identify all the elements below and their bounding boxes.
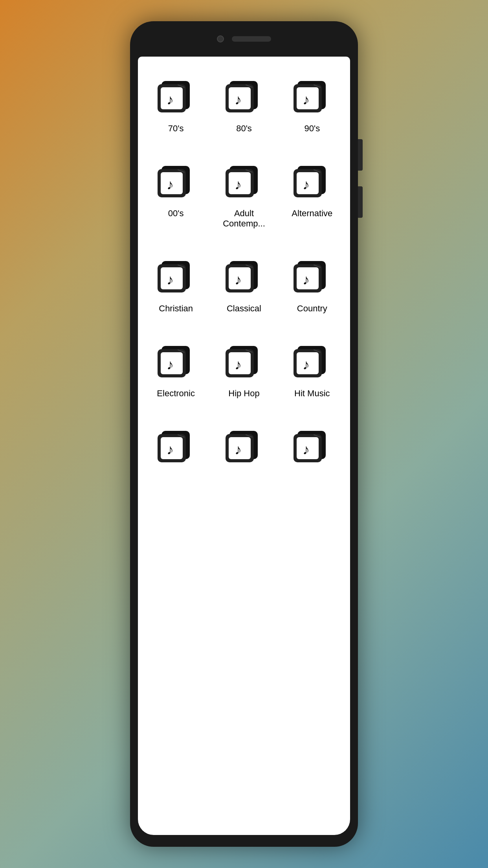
svg-text:♪: ♪ — [167, 177, 174, 193]
genre-item-90s[interactable]: ♪ 90's — [278, 64, 346, 149]
phone-screen: ♪ 70's ♪ 80's ♪ 90's ♪ 00's ♪ Adult Cont… — [138, 57, 350, 835]
svg-text:♪: ♪ — [235, 177, 242, 193]
genre-item-genre-13[interactable]: ♪ — [142, 414, 210, 489]
genre-label-80s: 80's — [236, 123, 252, 134]
svg-text:♪: ♪ — [303, 272, 310, 288]
genre-item-80s[interactable]: ♪ 80's — [210, 64, 278, 149]
svg-text:♪: ♪ — [235, 92, 242, 108]
music-icon-classical: ♪ — [222, 256, 266, 296]
svg-text:♪: ♪ — [303, 357, 310, 373]
music-icon-70s: ♪ — [154, 76, 198, 116]
genre-item-christian[interactable]: ♪ Christian — [142, 245, 210, 329]
genre-item-alternative[interactable]: ♪ Alternative — [278, 149, 346, 245]
svg-text:♪: ♪ — [303, 177, 310, 193]
genre-item-country[interactable]: ♪ Country — [278, 245, 346, 329]
svg-text:♪: ♪ — [303, 92, 310, 108]
genre-item-hit-music[interactable]: ♪ Hit Music — [278, 329, 346, 414]
genre-item-adult-contemporary[interactable]: ♪ Adult Contemp... — [210, 149, 278, 245]
music-icon-electronic: ♪ — [154, 341, 198, 381]
genre-label-70s: 70's — [168, 123, 184, 134]
genre-item-electronic[interactable]: ♪ Electronic — [142, 329, 210, 414]
music-icon-80s: ♪ — [222, 76, 266, 116]
genre-label-00s: 00's — [168, 208, 184, 219]
genre-label-hit-music: Hit Music — [294, 388, 330, 399]
genre-item-70s[interactable]: ♪ 70's — [142, 64, 210, 149]
svg-text:♪: ♪ — [235, 357, 242, 373]
genre-item-00s[interactable]: ♪ 00's — [142, 149, 210, 245]
svg-text:♪: ♪ — [235, 441, 242, 458]
genre-label-alternative: Alternative — [292, 208, 332, 219]
genre-label-classical: Classical — [227, 303, 261, 314]
power-button — [358, 186, 363, 218]
music-icon-genre-13: ♪ — [154, 426, 198, 465]
genre-item-classical[interactable]: ♪ Classical — [210, 245, 278, 329]
music-icon-adult-contemporary: ♪ — [222, 161, 266, 200]
phone-frame: ♪ 70's ♪ 80's ♪ 90's ♪ 00's ♪ Adult Cont… — [130, 21, 358, 847]
music-icon-hit-music: ♪ — [290, 341, 334, 381]
volume-button — [358, 139, 363, 171]
genre-label-hip-hop: Hip Hop — [228, 388, 259, 399]
genre-label-country: Country — [297, 303, 327, 314]
genre-label-christian: Christian — [159, 303, 193, 314]
genre-label-adult-contemporary: Adult Contemp... — [214, 208, 274, 229]
music-icon-90s: ♪ — [290, 76, 334, 116]
music-icon-hip-hop: ♪ — [222, 341, 266, 381]
genre-label-90s: 90's — [304, 123, 320, 134]
svg-text:♪: ♪ — [167, 272, 174, 288]
svg-text:♪: ♪ — [167, 92, 174, 108]
phone-camera — [217, 35, 224, 42]
genre-item-genre-14[interactable]: ♪ — [210, 414, 278, 489]
music-icon-christian: ♪ — [154, 256, 198, 296]
genre-item-genre-15[interactable]: ♪ — [278, 414, 346, 489]
music-icon-genre-14: ♪ — [222, 426, 266, 465]
music-icon-alternative: ♪ — [290, 161, 334, 200]
svg-text:♪: ♪ — [303, 441, 310, 458]
svg-text:♪: ♪ — [167, 441, 174, 458]
genre-grid: ♪ 70's ♪ 80's ♪ 90's ♪ 00's ♪ Adult Cont… — [138, 57, 350, 835]
music-icon-genre-15: ♪ — [290, 426, 334, 465]
genre-item-hip-hop[interactable]: ♪ Hip Hop — [210, 329, 278, 414]
genre-label-electronic: Electronic — [157, 388, 195, 399]
music-icon-00s: ♪ — [154, 161, 198, 200]
svg-text:♪: ♪ — [235, 272, 242, 288]
music-icon-country: ♪ — [290, 256, 334, 296]
svg-text:♪: ♪ — [167, 357, 174, 373]
phone-speaker — [232, 36, 271, 42]
phone-top-bar — [130, 21, 358, 57]
